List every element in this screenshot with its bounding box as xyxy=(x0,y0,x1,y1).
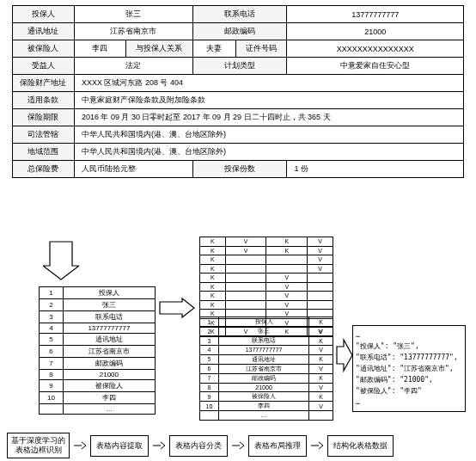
row-text: 张三 xyxy=(63,299,155,311)
value: 夫妻 xyxy=(192,40,235,58)
value: 中华人民共和国境内(港、澳、台地区除外) xyxy=(74,126,463,144)
tagged-list-table: 1投保人K2张三V3联系电话K413777777777V5通讯地址K6江苏省南京… xyxy=(199,317,333,421)
flow-step: 表格内容提取 xyxy=(90,435,149,457)
right-arrow-icon xyxy=(152,441,166,450)
flow-step: 结构化表格数据 xyxy=(327,435,394,457)
row-text: 邮政编码 xyxy=(63,358,155,370)
extracted-list-table: 1投保人2张三3联系电话4137777777775通讯地址6江苏省南京市7邮政编… xyxy=(39,286,156,415)
label: 邮政编码 xyxy=(192,23,287,40)
flow-step: 基于深度学习的 表格边框识别 xyxy=(7,433,70,458)
value: 法定 xyxy=(74,58,192,75)
ell: … xyxy=(356,331,360,339)
right-arrow-icon xyxy=(73,441,87,450)
value: 张三 xyxy=(74,6,192,23)
label: 通讯地址 xyxy=(13,23,75,40)
value: 人民币陆拾元整 xyxy=(74,161,192,178)
row-num: 6 xyxy=(40,346,64,358)
right-arrow-icon xyxy=(310,441,324,450)
label: 总保险费 xyxy=(13,161,75,178)
value: 21000 xyxy=(287,23,464,40)
row-text: 联系电话 xyxy=(63,311,155,323)
label: 证件号码 xyxy=(235,40,287,58)
right-arrow-icon xyxy=(335,338,354,372)
row-text: 投保人 xyxy=(63,287,155,299)
l: "邮政编码": "21000", xyxy=(356,376,433,384)
value: 13777777777 xyxy=(287,6,464,23)
insurance-form-table: 投保人张三联系电话13777777777 通讯地址江苏省南京市邮政编码21000… xyxy=(12,5,464,178)
l: "通讯地址": "江苏省南京市", xyxy=(356,365,454,372)
row-text: 被保险人 xyxy=(63,380,155,392)
right-arrow-icon xyxy=(158,297,196,319)
flow-step: 表格内容分类 xyxy=(169,435,228,457)
value: 中华人民共和国境内(港、澳、台地区除外) xyxy=(74,144,463,161)
row-num: 7 xyxy=(40,358,64,370)
row-text: 江苏省南京市 xyxy=(63,346,155,358)
l: "联系电话": "13777777777", xyxy=(356,353,458,361)
ell: … xyxy=(356,398,360,406)
label: 与投保人关系 xyxy=(125,40,192,58)
value: 中意家庭财产保险条款及附加险条款 xyxy=(74,92,463,109)
label: 投保人 xyxy=(13,6,75,23)
value: 李四 xyxy=(74,40,125,58)
row-num: 1 xyxy=(40,287,64,299)
label: 被保险人 xyxy=(13,40,75,58)
json-output: … "投保人": "张三", "联系电话": "13777777777", "通… xyxy=(352,325,466,412)
l: "投保人": "张三", xyxy=(356,342,419,350)
row-text: 通讯地址 xyxy=(63,334,155,346)
down-arrow-icon xyxy=(43,240,79,281)
row-num: 3 xyxy=(40,311,64,323)
label: 地域范围 xyxy=(13,144,75,161)
row-num: 10 xyxy=(40,392,64,404)
value: 中意爱家自住安心型 xyxy=(287,58,464,75)
label: 投保份数 xyxy=(192,161,287,178)
value: 江苏省南京市 xyxy=(74,23,192,40)
value: XXXX 区城河东路 208 号 404 xyxy=(74,75,463,92)
label: 联系电话 xyxy=(192,6,287,23)
row-num: 4 xyxy=(40,323,64,334)
row-text: 13777777777 xyxy=(63,323,155,334)
flow-step: 表格布局推理 xyxy=(248,435,307,457)
row-num: 5 xyxy=(40,334,64,346)
label: 计划类型 xyxy=(192,58,287,75)
value: XXXXXXXXXXXXXXX xyxy=(287,40,464,58)
value: 1 份 xyxy=(287,161,464,178)
row-num: 2 xyxy=(40,299,64,311)
row-num xyxy=(40,404,64,415)
label: 适用条款 xyxy=(13,92,75,109)
row-num: 9 xyxy=(40,380,64,392)
row-text: … xyxy=(63,404,155,415)
label: 保险期限 xyxy=(13,109,75,126)
label: 司法管辖 xyxy=(13,126,75,144)
row-text: 21000 xyxy=(63,370,155,380)
pipeline-flow: 基于深度学习的 表格边框识别 表格内容提取 表格内容分类 表格布局推理 结构化表… xyxy=(7,433,394,458)
right-arrow-icon xyxy=(231,441,245,450)
row-text: 李四 xyxy=(63,392,155,404)
label: 保险财产地址 xyxy=(13,75,75,92)
row-num: 8 xyxy=(40,370,64,380)
label: 受益人 xyxy=(13,58,75,75)
l: "被保险人": "李四" xyxy=(356,387,422,395)
value: 2016 年 09 月 30 日零时起至 2017 年 09 月 29 日二十四… xyxy=(74,109,463,126)
